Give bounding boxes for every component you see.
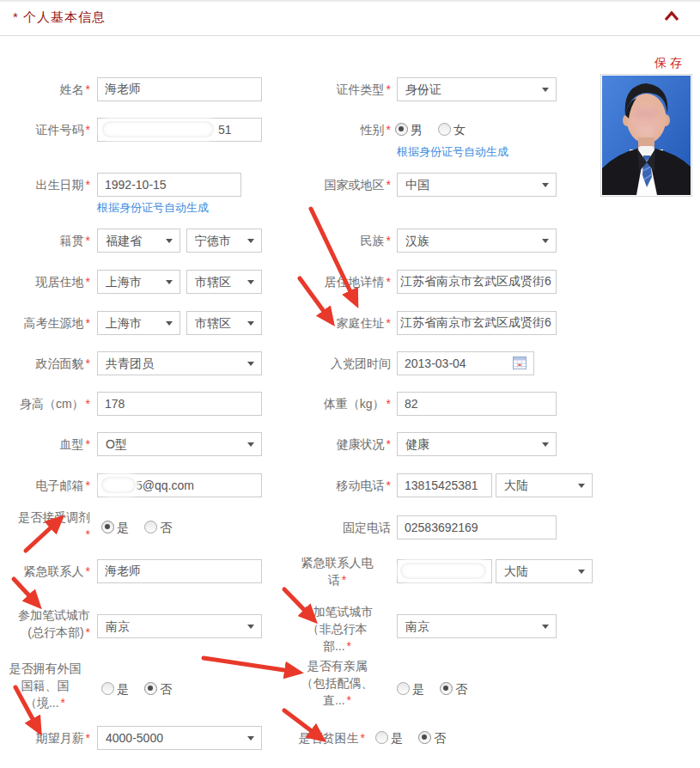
residence-detail-label: 居住地详情 [283, 270, 391, 294]
landline-label: 固定电话 [283, 515, 391, 539]
email-field[interactable] [97, 473, 262, 497]
adjustment-no-radio[interactable] [144, 521, 157, 533]
chevron-down-icon [247, 736, 254, 741]
birth-date-input[interactable] [97, 173, 241, 197]
gender-label: 性别 [283, 118, 391, 142]
native-city-select[interactable]: 宁德市 [186, 229, 262, 253]
auto-generate-gender-link[interactable]: 根据身份证号自动生成 [397, 144, 508, 160]
mobile-label: 移动电话 [283, 473, 391, 497]
collapse-section-button[interactable] [662, 9, 681, 26]
relatives-no-radio[interactable] [440, 682, 453, 695]
political-status-select[interactable]: 共青团员 [97, 351, 262, 375]
id-photo [600, 74, 692, 197]
chevron-up-icon [662, 9, 681, 26]
chevron-down-icon [247, 321, 254, 326]
foreign-no-radio[interactable] [144, 682, 157, 695]
mobile-input[interactable] [397, 473, 492, 497]
foreign-radio-group: 是 否 [101, 677, 184, 701]
gaokao-province-select[interactable]: 上海市 [97, 311, 180, 335]
exam-city-hq-select[interactable]: 南京 [97, 614, 262, 638]
gender-radio-group: 男 女 [395, 118, 478, 142]
salary-label: 期望月薪 [0, 726, 90, 750]
adjustment-yes-radio[interactable] [101, 521, 114, 533]
poverty-yes-label: 是 [391, 731, 403, 745]
chevron-down-icon [247, 442, 254, 447]
blood-type-select[interactable]: O型 [97, 432, 262, 456]
poverty-no-radio[interactable] [418, 731, 431, 744]
ethnicity-label: 民族 [283, 229, 391, 253]
residence-label: 现居住地 [0, 270, 90, 294]
weight-input[interactable] [397, 392, 557, 416]
home-address-label: 家庭住址 [283, 311, 391, 335]
relatives-no-label: 否 [455, 682, 467, 696]
gaokao-district-select[interactable]: 市辖区 [186, 311, 262, 335]
poverty-no-label: 否 [434, 731, 446, 745]
gender-female-radio[interactable] [438, 123, 451, 136]
chevron-down-icon [166, 239, 173, 243]
id-number-label: 证件号码 [0, 118, 90, 142]
native-place-label: 籍贯 [0, 229, 90, 253]
save-button[interactable]: 保 存 [654, 56, 682, 71]
chevron-down-icon [166, 321, 173, 326]
poverty-yes-radio[interactable] [375, 731, 388, 744]
landline-input[interactable] [397, 515, 557, 539]
chevron-down-icon [166, 280, 173, 284]
residence-province-select[interactable]: 上海市 [97, 270, 180, 294]
chevron-down-icon [247, 625, 254, 629]
country-label: 国家或地区 [283, 173, 391, 197]
weight-label: 体重（kg） [283, 392, 391, 416]
gender-male-label: 男 [411, 123, 423, 137]
redaction-smudge [102, 121, 214, 137]
relatives-yes-radio[interactable] [397, 682, 410, 695]
chevron-down-icon [542, 442, 549, 447]
auto-generate-birth-link[interactable]: 根据身份证号自动生成 [97, 200, 209, 216]
native-province-select[interactable]: 福建省 [97, 229, 180, 253]
poverty-label: 是否贫困生 [258, 726, 365, 750]
gaokao-origin-label: 高考生源地 [0, 311, 90, 335]
calendar-icon[interactable] [513, 357, 527, 372]
emergency-contact-input[interactable] [97, 559, 262, 583]
ethnicity-select[interactable]: 汉族 [397, 229, 557, 253]
id-type-select[interactable]: 身份证 [397, 77, 557, 101]
gender-male-radio[interactable] [395, 123, 408, 136]
foreign-nationality-label: 是否拥有外国 国籍、国 （境... [0, 660, 90, 711]
blood-type-label: 血型 [0, 432, 90, 456]
section-title: * 个人基本信息 [13, 9, 106, 26]
emergency-contact-label: 紧急联系人 [0, 559, 90, 583]
id-number-field[interactable] [97, 118, 262, 142]
chevron-down-icon [542, 183, 549, 187]
residence-detail-input[interactable] [397, 270, 557, 294]
emergency-region-select[interactable]: 大陆 [496, 559, 593, 583]
exam-city-other-select[interactable]: 南京 [397, 614, 557, 638]
salary-select[interactable]: 4000-5000 [97, 726, 262, 750]
emergency-phone-field[interactable] [397, 559, 492, 583]
relatives-yes-label: 是 [412, 682, 424, 696]
relatives-label: 是否有亲属 （包括配偶、 直... [283, 657, 391, 709]
redaction-smudge [400, 563, 486, 579]
chevron-down-icon [578, 484, 585, 488]
adjustment-label: 是否接受调剂 [0, 509, 90, 543]
chevron-down-icon [247, 362, 254, 366]
name-input[interactable] [97, 77, 262, 101]
exam-city-other-label: 参加笔试城市 （非总行本 部... [283, 603, 391, 655]
poverty-radio-group: 是 否 [375, 726, 458, 750]
foreign-yes-radio[interactable] [101, 682, 114, 695]
health-select[interactable]: 健康 [397, 432, 557, 456]
adjustment-no-label: 否 [160, 521, 172, 534]
home-address-input[interactable] [397, 311, 557, 335]
mobile-region-select[interactable]: 大陆 [496, 473, 593, 497]
party-date-label: 入党团时间 [283, 351, 391, 375]
health-label: 健康状况 [283, 432, 391, 456]
gender-female-label: 女 [453, 123, 466, 137]
header-divider [0, 35, 700, 36]
id-photo-image [602, 76, 691, 195]
residence-district-select[interactable]: 市辖区 [186, 270, 262, 294]
chevron-down-icon [542, 88, 549, 92]
id-type-label: 证件类型 [283, 77, 391, 101]
foreign-yes-label: 是 [117, 682, 129, 696]
height-input[interactable] [97, 392, 262, 416]
chevron-down-icon [247, 239, 254, 243]
country-select[interactable]: 中国 [397, 173, 557, 197]
chevron-down-icon [542, 239, 549, 243]
height-label: 身高（cm） [0, 392, 90, 416]
